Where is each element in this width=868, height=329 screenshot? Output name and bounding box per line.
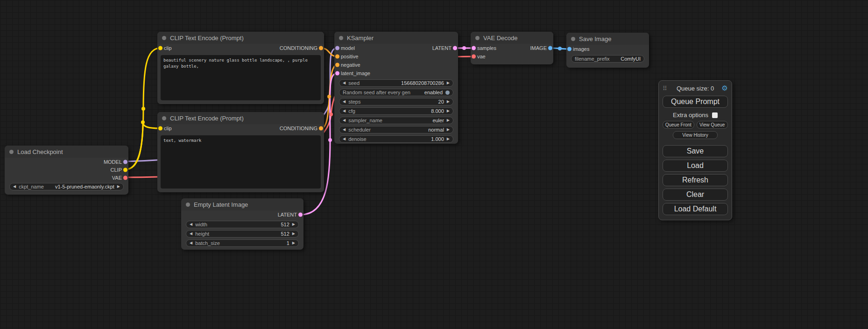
load-default-button[interactable]: Load Default bbox=[663, 203, 728, 215]
increment-icon[interactable]: ▶ bbox=[447, 128, 450, 132]
input-port-positive[interactable] bbox=[335, 55, 339, 59]
increment-icon[interactable]: ▶ bbox=[292, 232, 295, 236]
settings-gear-icon[interactable]: ⚙ bbox=[722, 84, 728, 92]
input-port-vae[interactable] bbox=[472, 55, 476, 59]
steps-widget[interactable]: ◀ steps 20 ▶ bbox=[339, 98, 453, 105]
collapse-toggle-icon[interactable] bbox=[339, 36, 343, 40]
collapse-toggle-icon[interactable] bbox=[162, 36, 166, 40]
node-ksampler[interactable]: KSampler model LATENT positive negative … bbox=[334, 32, 458, 144]
output-port-conditioning[interactable] bbox=[319, 46, 323, 50]
seed-widget[interactable]: ◀ seed 156680208700286 ▶ bbox=[339, 79, 453, 87]
view-queue-button[interactable]: View Queue bbox=[697, 121, 728, 129]
widget-value: normal bbox=[428, 127, 444, 133]
drag-handle-icon[interactable]: ⠿ bbox=[663, 85, 667, 92]
load-button[interactable]: Load bbox=[663, 160, 728, 172]
node-graph-canvas[interactable]: Load Checkpoint MODEL CLIP VAE ◀ ckpt_na… bbox=[0, 0, 868, 329]
increment-icon[interactable]: ▶ bbox=[292, 241, 295, 245]
output-port-image[interactable] bbox=[548, 46, 552, 50]
decrement-icon[interactable]: ◀ bbox=[190, 241, 192, 245]
sampler-name-widget[interactable]: ◀ sampler_name euler ▶ bbox=[339, 117, 453, 124]
output-port-conditioning[interactable] bbox=[319, 126, 323, 131]
cfg-widget[interactable]: ◀ cfg 8.000 ▶ bbox=[339, 107, 453, 115]
output-label-conditioning: CONDITIONING bbox=[280, 45, 318, 51]
clear-button[interactable]: Clear bbox=[663, 189, 728, 201]
widget-value: ComfyUI bbox=[621, 56, 641, 62]
output-row: VAE bbox=[5, 174, 128, 182]
decrement-icon[interactable]: ◀ bbox=[190, 223, 192, 226]
node-vae-decode[interactable]: VAE Decode samples IMAGE vae bbox=[471, 32, 553, 64]
batch-size-widget[interactable]: ◀ batch_size 1 ▶ bbox=[186, 239, 299, 247]
random-seed-toggle-widget[interactable]: Random seed after every gen enabled bbox=[339, 89, 453, 96]
node-empty-latent-image[interactable]: Empty Latent Image LATENT ◀ width 512 ▶ … bbox=[181, 198, 303, 250]
queue-prompt-button[interactable]: Queue Prompt bbox=[663, 96, 728, 108]
input-port-clip[interactable] bbox=[158, 46, 162, 50]
node-title: Load Checkpoint bbox=[17, 148, 63, 155]
collapse-toggle-icon[interactable] bbox=[571, 37, 575, 41]
ckpt-name-widget[interactable]: ◀ ckpt_name v1-5-pruned-emaonly.ckpt ▶ bbox=[9, 183, 124, 190]
node-title-bar[interactable]: CLIP Text Encode (Prompt) bbox=[157, 32, 324, 44]
node-title-bar[interactable]: Load Checkpoint bbox=[5, 146, 128, 158]
node-title-bar[interactable]: VAE Decode bbox=[471, 32, 553, 44]
node-save-image[interactable]: Save Image images filename_prefix ComfyU… bbox=[566, 33, 649, 68]
node-clip-text-encode-positive[interactable]: CLIP Text Encode (Prompt) clip CONDITION… bbox=[157, 32, 324, 104]
increment-icon[interactable]: ▶ bbox=[447, 119, 450, 122]
link-dot bbox=[141, 120, 145, 124]
output-port-latent[interactable] bbox=[298, 213, 303, 217]
node-title: CLIP Text Encode (Prompt) bbox=[170, 35, 244, 42]
height-widget[interactable]: ◀ height 512 ▶ bbox=[186, 230, 299, 238]
decrement-icon[interactable]: ◀ bbox=[343, 128, 346, 132]
widget-value: 1.000 bbox=[431, 136, 444, 142]
prompt-textarea[interactable]: text, watermark bbox=[161, 135, 321, 189]
decrement-icon[interactable]: ◀ bbox=[343, 100, 346, 104]
increment-icon[interactable]: ▶ bbox=[292, 223, 295, 226]
node-title-bar[interactable]: CLIP Text Encode (Prompt) bbox=[157, 112, 324, 124]
decrement-icon[interactable]: ◀ bbox=[343, 109, 346, 113]
input-port-latent-image[interactable] bbox=[335, 71, 339, 76]
node-title-bar[interactable]: KSampler bbox=[334, 32, 458, 44]
extra-options-checkbox[interactable] bbox=[712, 112, 718, 118]
node-clip-text-encode-negative[interactable]: CLIP Text Encode (Prompt) clip CONDITION… bbox=[157, 112, 324, 192]
widget-label: batch_size bbox=[195, 240, 220, 246]
decrement-icon[interactable]: ◀ bbox=[190, 232, 192, 236]
collapse-toggle-icon[interactable] bbox=[186, 203, 190, 207]
output-port-clip[interactable] bbox=[123, 168, 127, 172]
collapse-toggle-icon[interactable] bbox=[9, 150, 14, 154]
decrement-icon[interactable]: ◀ bbox=[343, 81, 346, 85]
prompt-textarea[interactable]: beautiful scenery nature glass bottle la… bbox=[161, 55, 321, 100]
queue-front-button[interactable]: Queue Front bbox=[663, 121, 694, 129]
widget-label: scheduler bbox=[348, 127, 371, 133]
node-title-bar[interactable]: Empty Latent Image bbox=[181, 198, 303, 210]
node-title-bar[interactable]: Save Image bbox=[566, 33, 649, 45]
collapse-toggle-icon[interactable] bbox=[475, 36, 480, 40]
scheduler-widget[interactable]: ◀ scheduler normal ▶ bbox=[339, 126, 453, 133]
input-label-images: images bbox=[573, 46, 589, 52]
widget-label: steps bbox=[348, 99, 360, 105]
width-widget[interactable]: ◀ width 512 ▶ bbox=[186, 221, 299, 228]
collapse-toggle-icon[interactable] bbox=[162, 116, 166, 120]
output-port-model[interactable] bbox=[123, 160, 127, 164]
decrement-icon[interactable]: ◀ bbox=[343, 119, 346, 122]
input-port-samples[interactable] bbox=[472, 46, 476, 50]
input-port-negative[interactable] bbox=[335, 63, 339, 67]
output-port-latent[interactable] bbox=[453, 46, 457, 50]
increment-icon[interactable]: ▶ bbox=[117, 185, 120, 189]
denoise-widget[interactable]: ◀ denoise 1.000 ▶ bbox=[339, 135, 453, 143]
increment-icon[interactable]: ▶ bbox=[447, 100, 450, 104]
input-port-model[interactable] bbox=[335, 46, 339, 50]
input-port-images[interactable] bbox=[567, 47, 572, 51]
decrement-icon[interactable]: ◀ bbox=[343, 137, 346, 141]
output-port-vae[interactable] bbox=[123, 175, 127, 180]
toggle-dot-icon[interactable] bbox=[445, 91, 450, 95]
input-port-clip[interactable] bbox=[158, 126, 162, 131]
increment-icon[interactable]: ▶ bbox=[447, 81, 450, 85]
view-history-button[interactable]: View History bbox=[673, 131, 718, 139]
save-button[interactable]: Save bbox=[663, 145, 728, 157]
filename-prefix-widget[interactable]: filename_prefix ComfyUI bbox=[571, 55, 644, 63]
menu-header: ⠿ Queue size: 0 ⚙ bbox=[663, 83, 728, 93]
node-load-checkpoint[interactable]: Load Checkpoint MODEL CLIP VAE ◀ ckpt_na… bbox=[5, 146, 128, 195]
input-label-clip: clip bbox=[164, 126, 172, 131]
increment-icon[interactable]: ▶ bbox=[447, 109, 450, 113]
increment-icon[interactable]: ▶ bbox=[447, 137, 450, 141]
decrement-icon[interactable]: ◀ bbox=[13, 185, 16, 189]
refresh-button[interactable]: Refresh bbox=[663, 174, 728, 186]
